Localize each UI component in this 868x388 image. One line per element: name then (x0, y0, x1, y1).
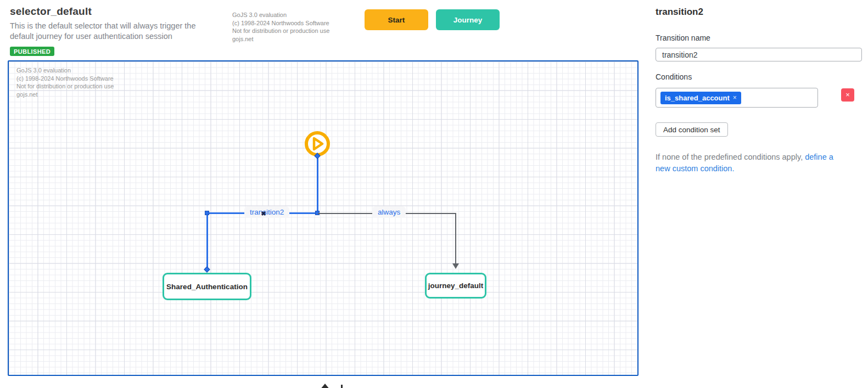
arrowhead-icon (452, 263, 459, 269)
watermark-line: GoJS 3.0 evaluation (16, 66, 114, 75)
partial-bottom-icon (341, 385, 343, 388)
node-journey-default[interactable]: journey_default (425, 273, 486, 299)
watermark-line: Not for distribution or production use (16, 82, 114, 91)
link-endpoint-diamond-handle[interactable] (204, 266, 210, 272)
diagram-canvas[interactable]: GoJS 3.0 evaluation (c) 1998-2024 Northw… (8, 60, 639, 376)
panel-title: transition2 (656, 7, 703, 18)
condition-chip-label: is_shared_account (665, 94, 730, 102)
gojs-watermark: GoJS 3.0 evaluation (c) 1998-2024 Northw… (232, 11, 329, 43)
transition-detail-panel: transition2 Transition name Conditions i… (656, 0, 864, 388)
watermark-line: (c) 1998-2024 Northwoods Software (232, 19, 329, 27)
condition-chip[interactable]: is_shared_account × (660, 92, 741, 104)
help-text: If none of the predefined conditions app… (656, 151, 849, 175)
transition-name-label: Transition name (656, 33, 710, 42)
link-transition2-segment-vertical-2[interactable] (206, 213, 208, 268)
conditions-label: Conditions (656, 72, 692, 81)
watermark-line: GoJS 3.0 evaluation (232, 11, 329, 19)
link-midpoint-handle-icon[interactable]: ✖ (261, 210, 266, 217)
watermark-line: Not for distribution or production use (232, 27, 329, 35)
conditions-input[interactable]: is_shared_account × (656, 88, 818, 108)
node-shared-authentication[interactable]: Shared_Authentication (163, 273, 251, 300)
link-label-always[interactable]: always (372, 206, 406, 218)
page-header: selector_default This is the default sel… (10, 5, 229, 56)
status-badge: PUBLISHED (10, 47, 54, 56)
transition-name-input[interactable] (656, 48, 862, 61)
chip-remove-icon[interactable]: × (733, 94, 737, 102)
delete-condition-set-button[interactable]: × (841, 88, 854, 102)
help-text-prefix: If none of the predefined conditions app… (656, 153, 805, 161)
partial-bottom-icon (320, 384, 330, 388)
watermark-line: gojs.net (16, 91, 114, 99)
start-button[interactable]: Start (365, 9, 428, 30)
gojs-canvas-watermark: GoJS 3.0 evaluation (c) 1998-2024 Northw… (16, 66, 114, 98)
journey-button[interactable]: Journey (436, 9, 500, 30)
add-condition-set-button[interactable]: Add condition set (656, 122, 728, 137)
page-description: This is the default selector that will a… (10, 21, 199, 42)
watermark-line: (c) 1998-2024 Northwoods Software (16, 75, 114, 83)
link-corner-handle[interactable] (205, 211, 209, 215)
watermark-line: gojs.net (232, 35, 329, 43)
page-title: selector_default (10, 5, 229, 18)
link-always-segment-vertical[interactable] (455, 213, 456, 263)
link-transition2-segment-vertical-1[interactable] (317, 156, 318, 213)
link-label-transition2[interactable]: transition2 (244, 206, 289, 218)
